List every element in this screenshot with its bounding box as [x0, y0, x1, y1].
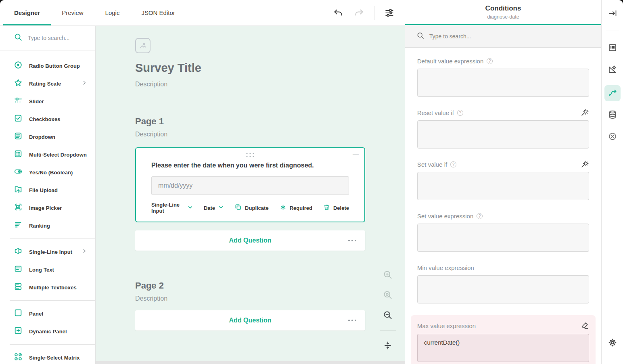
duplicate-button[interactable]: Duplicate — [234, 203, 269, 212]
delete-icon — [323, 204, 330, 212]
page2-description[interactable]: Description — [135, 295, 365, 302]
survey-logo-placeholder-icon[interactable] — [135, 38, 151, 53]
layout-category-icon[interactable] — [606, 63, 619, 75]
page2-title[interactable]: Page 2 — [135, 280, 365, 291]
view-settings-icon[interactable] — [383, 7, 395, 19]
toolbox-item-panel[interactable]: Panel — [0, 305, 95, 322]
toolbox-search-input[interactable] — [28, 35, 88, 41]
toolbox-search[interactable] — [0, 26, 95, 50]
tab-designer[interactable]: Designer — [3, 0, 51, 25]
toolbox-item-label: Long Text — [29, 267, 54, 273]
add-question-button[interactable]: Add Question — [135, 230, 365, 251]
tab-json-editor[interactable]: JSON Editor — [130, 0, 186, 25]
toolbox-item-multi-select-dropdown[interactable]: Multi-Select Dropdown — [0, 146, 95, 163]
question-title[interactable]: Please enter the date when you were firs… — [151, 162, 349, 169]
toolbox-item-label: Multiple Textboxes — [29, 285, 77, 291]
delete-button[interactable]: Delete — [323, 204, 349, 212]
min-value-expression-input[interactable] — [417, 275, 589, 303]
toolbox-item-dropdown[interactable]: Dropdown — [0, 128, 95, 146]
toolbox-item-multiple-textboxes[interactable]: Multiple Textboxes — [0, 278, 95, 296]
toolbox-item-image-picker[interactable]: Image Picker — [0, 199, 95, 217]
expression-builder-icon[interactable] — [580, 108, 589, 117]
page1-description[interactable]: Description — [135, 131, 365, 138]
general-category-icon[interactable] — [606, 42, 619, 54]
tab-preview[interactable]: Preview — [51, 0, 94, 25]
toolbox-item-dynamic-panel[interactable]: Dynamic Panel — [0, 322, 95, 340]
toolbox-item-label: Image Picker — [29, 205, 62, 211]
max-value-expression-input[interactable]: currentDate() — [417, 334, 589, 362]
settings-gear-icon[interactable] — [606, 337, 619, 349]
reset-value-if-input[interactable] — [417, 120, 589, 149]
toolbox-item-label: Rating Scale — [29, 81, 61, 87]
toolbox-item-label: Slider — [29, 98, 44, 105]
field-reset-value-if: Reset value if ? — [417, 109, 589, 149]
question-type-menu-icon[interactable] — [348, 320, 356, 321]
toolbox-item-rating-scale[interactable]: Rating Scale — [0, 75, 95, 92]
horizontal-scrollbar[interactable] — [96, 361, 405, 364]
input-type-selector[interactable]: Date — [204, 204, 224, 211]
add-question-button[interactable]: Add Question — [135, 310, 365, 331]
help-icon[interactable]: ? — [477, 213, 483, 219]
toolbox-item-slider[interactable]: Slider — [0, 92, 95, 110]
zoom-reset-icon[interactable] — [382, 289, 394, 301]
properties-header: Conditions diagnose-date — [405, 0, 601, 25]
zoom-out-icon[interactable] — [382, 309, 394, 321]
toolbox-item-boolean[interactable]: Yes/No (Boolean) — [0, 163, 95, 181]
toolbox-item-radio-button-group[interactable]: Radio Button Group — [0, 57, 95, 75]
boolean-toggle-icon — [14, 167, 23, 178]
question-type-menu-icon[interactable] — [348, 240, 356, 241]
toolbox-item-single-select-matrix[interactable]: Single-Select Matrix — [0, 349, 95, 364]
collapse-panel-icon[interactable] — [606, 7, 619, 19]
validation-category-icon[interactable] — [606, 130, 619, 142]
design-canvas: Survey Title Description Page 1 Descript… — [96, 26, 405, 364]
tab-logic[interactable]: Logic — [94, 0, 131, 25]
set-value-if-input[interactable] — [417, 172, 589, 200]
chevron-down-icon — [188, 204, 193, 211]
survey-title[interactable]: Survey Title — [135, 61, 365, 75]
expression-builder-icon[interactable] — [580, 160, 589, 169]
collapse-question-icon[interactable]: — — [353, 151, 359, 157]
toolbox-item-ranking[interactable]: Ranking — [0, 217, 95, 234]
main-column: Designer Preview Logic JSON Editor — [0, 0, 405, 364]
question-card[interactable]: — Please enter the date when you were fi… — [135, 147, 365, 222]
question-type-selector[interactable]: Single-Line Input — [151, 202, 193, 214]
redo-icon[interactable] — [353, 7, 365, 19]
date-input[interactable] — [151, 176, 349, 195]
set-value-expression-input[interactable] — [417, 224, 589, 252]
toolbox-item-label: Radio Button Group — [29, 63, 80, 69]
toolbox-item-file-upload[interactable]: File Upload — [0, 181, 95, 199]
topbar-actions — [332, 0, 405, 25]
toolbox-divider — [10, 300, 95, 301]
required-toggle[interactable]: Required — [280, 204, 312, 212]
toolbox-item-label: Dropdown — [29, 134, 55, 140]
image-picker-icon — [14, 203, 23, 213]
conditions-category-active[interactable] — [604, 85, 621, 101]
dropdown-icon — [14, 132, 23, 142]
toolbox-item-checkboxes[interactable]: Checkboxes — [0, 110, 95, 128]
page1-title[interactable]: Page 1 — [135, 116, 365, 127]
toolbox-list: Radio Button Group Rating Scale Slider C… — [0, 50, 95, 364]
survey-description[interactable]: Description — [135, 81, 365, 88]
ranking-icon — [14, 220, 23, 231]
properties-search-input[interactable] — [429, 33, 590, 40]
long-text-icon — [14, 264, 23, 275]
help-icon[interactable]: ? — [487, 58, 493, 64]
zoom-in-icon[interactable] — [382, 269, 394, 281]
clear-value-eraser-icon[interactable] — [580, 321, 589, 330]
toolbox-item-label: File Upload — [29, 187, 58, 193]
data-category-icon[interactable] — [606, 109, 619, 121]
toolbox-item-single-line-input[interactable]: Single-Line Input — [0, 243, 95, 261]
help-icon[interactable]: ? — [450, 161, 456, 167]
survey-column: Survey Title Description Page 1 Descript… — [135, 26, 365, 331]
collapse-all-icon[interactable] — [382, 339, 394, 351]
toolbox-item-long-text[interactable]: Long Text — [0, 261, 95, 278]
help-icon[interactable]: ? — [457, 110, 463, 116]
properties-search[interactable] — [405, 25, 601, 48]
chevron-down-icon — [218, 204, 224, 211]
undo-icon[interactable] — [332, 7, 344, 19]
drag-handle-icon[interactable] — [247, 153, 254, 157]
multiple-textboxes-icon — [14, 282, 23, 293]
toolbox-item-label: Ranking — [29, 223, 50, 229]
tab-bar: Designer Preview Logic JSON Editor — [3, 0, 186, 25]
default-value-expression-input[interactable] — [417, 69, 589, 97]
